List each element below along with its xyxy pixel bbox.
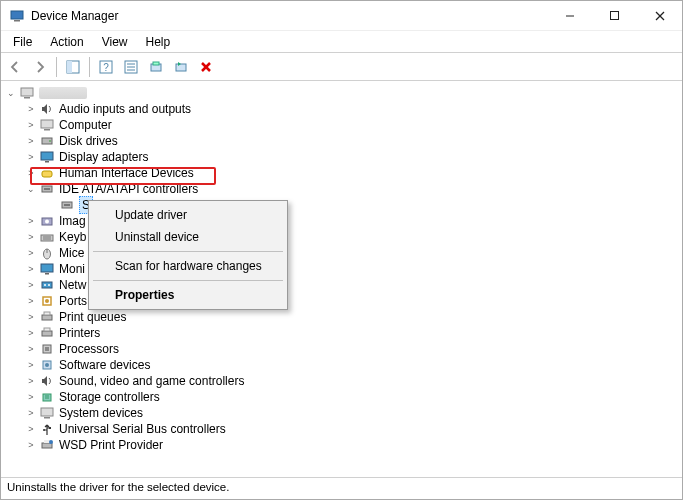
menu-help[interactable]: Help xyxy=(138,33,179,51)
caret-icon[interactable]: > xyxy=(25,245,37,261)
caret-icon[interactable]: > xyxy=(25,357,37,373)
caret-icon[interactable]: > xyxy=(25,229,37,245)
category-audio[interactable]: >Audio inputs and outputs xyxy=(25,101,682,117)
caret-icon[interactable]: > xyxy=(25,165,37,181)
status-text: Uninstalls the driver for the selected d… xyxy=(7,481,229,493)
caret-icon[interactable]: > xyxy=(25,421,37,437)
uninstall-button[interactable] xyxy=(195,56,217,78)
computer-icon xyxy=(19,85,35,101)
forward-button[interactable] xyxy=(29,56,51,78)
back-button[interactable] xyxy=(4,56,26,78)
svg-rect-56 xyxy=(44,417,50,419)
caret-icon[interactable]: > xyxy=(25,309,37,325)
caret-icon[interactable]: > xyxy=(25,341,37,357)
category-label: Human Interface Devices xyxy=(59,165,194,181)
svg-rect-0 xyxy=(11,11,23,19)
caret-icon[interactable]: > xyxy=(25,325,37,341)
svg-rect-51 xyxy=(45,347,49,351)
category-icon xyxy=(39,229,55,245)
category-icon xyxy=(39,437,55,453)
toolbar-separator xyxy=(56,57,57,77)
maximize-button[interactable] xyxy=(592,1,637,30)
drive-icon xyxy=(59,197,75,213)
tree-content[interactable]: ⌄ >Audio inputs and outputs>Computer>Dis… xyxy=(1,81,682,477)
caret-icon[interactable]: > xyxy=(25,101,37,117)
category-label: Imag xyxy=(59,213,86,229)
svg-rect-29 xyxy=(44,188,50,190)
svg-rect-48 xyxy=(42,331,52,336)
category-icon xyxy=(39,165,55,181)
window-controls xyxy=(547,1,682,30)
category-icon xyxy=(39,341,55,357)
device-manager-window: Device Manager File Action View Help ? xyxy=(0,0,683,500)
context-menu: Update driverUninstall deviceScan for ha… xyxy=(88,200,288,310)
svg-rect-49 xyxy=(44,328,50,331)
svg-rect-46 xyxy=(42,315,52,320)
tree-root[interactable]: ⌄ xyxy=(5,85,682,101)
show-hide-button[interactable] xyxy=(62,56,84,78)
scan-hardware-button[interactable] xyxy=(170,56,192,78)
category-icon xyxy=(39,117,55,133)
help-button[interactable]: ? xyxy=(95,56,117,78)
menu-view[interactable]: View xyxy=(94,33,136,51)
window-title: Device Manager xyxy=(31,9,547,23)
computer-name-blurred xyxy=(39,87,87,99)
svg-point-57 xyxy=(43,429,45,431)
context-menu-item[interactable]: Scan for hardware changes xyxy=(91,255,285,277)
category-icon xyxy=(39,309,55,325)
category-system[interactable]: >System devices xyxy=(25,405,682,421)
toolbar-separator xyxy=(89,57,90,77)
menu-action[interactable]: Action xyxy=(42,33,91,51)
category-icon xyxy=(39,405,55,421)
category-computer[interactable]: >Computer xyxy=(25,117,682,133)
svg-rect-19 xyxy=(21,88,33,96)
category-wsd[interactable]: >WSD Print Provider xyxy=(25,437,682,453)
properties-button[interactable] xyxy=(120,56,142,78)
category-icon xyxy=(39,373,55,389)
caret-icon[interactable]: > xyxy=(25,133,37,149)
context-menu-item[interactable]: Update driver xyxy=(91,204,285,226)
category-printqueues[interactable]: >Print queues xyxy=(25,309,682,325)
toolbar: ? xyxy=(1,53,682,81)
close-button[interactable] xyxy=(637,1,682,30)
caret-icon[interactable]: > xyxy=(25,373,37,389)
category-label: Disk drives xyxy=(59,133,118,149)
category-label: Sound, video and game controllers xyxy=(59,373,244,389)
caret-icon[interactable]: > xyxy=(25,405,37,421)
category-hid[interactable]: >Human Interface Devices xyxy=(25,165,682,181)
caret-icon[interactable]: > xyxy=(25,293,37,309)
category-ide[interactable]: ⌄IDE ATA/ATAPI controllers xyxy=(25,181,682,197)
caret-icon[interactable]: > xyxy=(25,213,37,229)
minimize-button[interactable] xyxy=(547,1,592,30)
category-software[interactable]: >Software devices xyxy=(25,357,682,373)
svg-rect-39 xyxy=(41,264,53,272)
menu-file[interactable]: File xyxy=(5,33,40,51)
update-driver-button[interactable] xyxy=(145,56,167,78)
caret-icon[interactable]: > xyxy=(25,389,37,405)
context-menu-item[interactable]: Uninstall device xyxy=(91,226,285,248)
category-sound[interactable]: >Sound, video and game controllers xyxy=(25,373,682,389)
svg-rect-41 xyxy=(42,282,52,288)
category-diskdrives[interactable]: >Disk drives xyxy=(25,133,682,149)
category-printers[interactable]: >Printers xyxy=(25,325,682,341)
category-processors[interactable]: >Processors xyxy=(25,341,682,357)
category-icon xyxy=(39,357,55,373)
caret-icon[interactable]: ⌄ xyxy=(5,85,17,101)
svg-rect-15 xyxy=(153,62,159,65)
category-display[interactable]: >Display adapters xyxy=(25,149,682,165)
caret-icon[interactable]: ⌄ xyxy=(25,181,37,197)
category-label: Audio inputs and outputs xyxy=(59,101,191,117)
caret-icon[interactable]: > xyxy=(25,117,37,133)
category-usb[interactable]: >Universal Serial Bus controllers xyxy=(25,421,682,437)
context-menu-item[interactable]: Properties xyxy=(91,284,285,306)
category-storage[interactable]: >Storage controllers xyxy=(25,389,682,405)
caret-icon[interactable]: > xyxy=(25,149,37,165)
caret-icon[interactable]: > xyxy=(25,261,37,277)
caret-icon[interactable]: > xyxy=(25,277,37,293)
svg-rect-58 xyxy=(49,427,51,429)
category-icon xyxy=(39,181,55,197)
svg-rect-3 xyxy=(611,12,619,20)
category-icon xyxy=(39,245,55,261)
category-label: Computer xyxy=(59,117,112,133)
caret-icon[interactable]: > xyxy=(25,437,37,453)
